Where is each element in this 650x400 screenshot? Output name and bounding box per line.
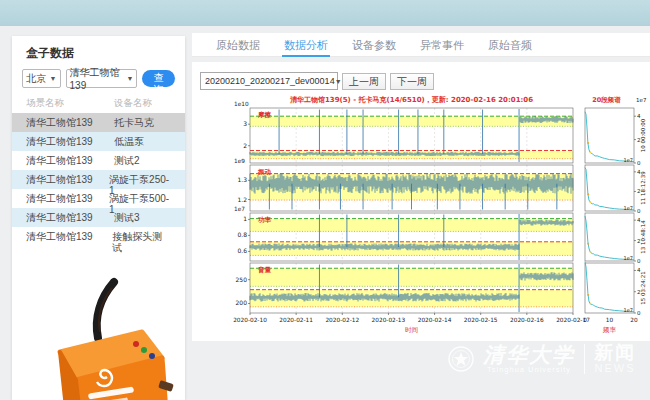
svg-text:3: 3	[243, 120, 247, 127]
svg-text:2: 2	[243, 142, 247, 149]
venue-cell: 清华工物馆139	[26, 117, 114, 128]
sidebar-panel: 盒子数据 北京 ▼ 清华工物馆139 ▼ 查询 场景名称 设备名称 清华工物馆1…	[12, 36, 185, 400]
svg-text:时间: 时间	[405, 326, 418, 334]
svg-text:0.6: 0.6	[237, 247, 247, 254]
analysis-chart: 清华工物馆139(5) - 托卡马克(14/6510)，更新: 2020-02-…	[216, 94, 650, 340]
week-controls: 20200210_20200217_dev00014 ▼ 上一周 下一周	[192, 62, 650, 90]
region-select[interactable]: 北京 ▼	[22, 69, 61, 88]
svg-text:20: 20	[630, 317, 638, 323]
svg-text:1.2: 1.2	[237, 196, 247, 203]
sidebar-controls: 北京 ▼ 清华工物馆139 ▼ 查询	[12, 66, 185, 94]
table-row[interactable]: 清华工物馆139低温泵	[12, 132, 185, 151]
device-photo	[38, 274, 178, 400]
top-banner	[0, 0, 650, 26]
svg-text:4: 4	[637, 113, 641, 119]
svg-text:2020-02-14: 2020-02-14	[418, 317, 452, 323]
led-blue	[149, 353, 155, 359]
svg-text:0: 0	[637, 160, 641, 166]
svg-text:200: 200	[236, 299, 248, 306]
svg-text:0: 0	[637, 310, 641, 316]
analysis-panel: 20200210_20200217_dev00014 ▼ 上一周 下一周 清华工…	[192, 62, 650, 341]
column-venue: 场景名称	[26, 97, 114, 110]
device-cell: 测试3	[114, 212, 140, 223]
device-cell: 测试2	[114, 155, 140, 166]
next-week-button[interactable]: 下一周	[390, 73, 434, 90]
svg-text:2020-02-13: 2020-02-13	[372, 317, 406, 323]
svg-text:0.8: 0.8	[237, 231, 247, 238]
svg-text:2020-02-11: 2020-02-11	[279, 317, 313, 323]
device-cell: 接触探头测试	[112, 231, 171, 242]
led-red	[133, 341, 139, 347]
tsinghua-logo-icon	[448, 346, 474, 372]
svg-text:1e7: 1e7	[624, 205, 633, 211]
tab-4[interactable]: 原始音频	[488, 33, 532, 57]
svg-text:1e7: 1e7	[624, 157, 633, 163]
svg-text:功率: 功率	[257, 216, 272, 224]
watermark-en: Tsinghua University	[483, 365, 575, 374]
svg-text:2020-02-15: 2020-02-15	[464, 317, 498, 323]
svg-text:11 18:12:39: 11 18:12:39	[640, 171, 646, 205]
svg-text:0: 0	[637, 258, 641, 264]
query-button[interactable]: 查询	[142, 70, 175, 87]
svg-text:音量: 音量	[257, 266, 272, 274]
venue-cell: 清华工物馆139	[26, 174, 109, 185]
svg-text:清华工物馆139(5) - 托卡马克(14/6510)，更新: 清华工物馆139(5) - 托卡马克(14/6510)，更新: 2020-02-…	[290, 95, 533, 104]
svg-text:频率: 频率	[602, 326, 617, 334]
dataset-select-value: 20200210_20200217_dev00014	[205, 76, 335, 86]
svg-text:2020-02-16: 2020-02-16	[510, 317, 544, 323]
chevron-down-icon: ▼	[127, 75, 134, 82]
svg-text:10 00:00:00: 10 00:00:00	[640, 118, 646, 152]
device-cell: 低温泵	[114, 136, 144, 147]
dataset-select[interactable]: 20200210_20200217_dev00014 ▼	[200, 72, 338, 90]
sidebar-title: 盒子数据	[12, 36, 185, 66]
tab-2[interactable]: 设备参数	[352, 33, 396, 57]
table-row[interactable]: 清华工物馆139测试2	[12, 151, 185, 170]
svg-text:1e7: 1e7	[624, 255, 633, 261]
device-box	[60, 332, 174, 400]
venue-select[interactable]: 清华工物馆139 ▼	[66, 69, 138, 88]
led-green	[141, 347, 147, 353]
svg-text:1: 1	[243, 215, 247, 222]
venue-cell: 清华工物馆139	[26, 212, 114, 223]
tab-0[interactable]: 原始数据	[216, 33, 260, 57]
watermark-news-cn: 新闻	[594, 344, 636, 362]
device-cell: 涡旋干泵500-1	[109, 193, 171, 204]
device-cell: 涡旋干泵250-1	[109, 174, 171, 185]
app-window: 盒子数据 北京 ▼ 清华工物馆139 ▼ 查询 场景名称 设备名称 清华工物馆1…	[0, 0, 650, 400]
svg-text:0: 0	[637, 208, 641, 214]
svg-text:15 03:24:21: 15 03:24:21	[640, 271, 646, 304]
svg-text:1e7: 1e7	[234, 206, 245, 212]
tab-1[interactable]: 数据分析	[284, 33, 328, 57]
table-row[interactable]: 清华工物馆139测试3	[12, 208, 185, 227]
table-row[interactable]: 清华工物馆139涡旋干泵500-1	[12, 189, 185, 208]
svg-text:1e7: 1e7	[636, 97, 647, 103]
watermark-divider	[584, 344, 585, 374]
watermark-cn: 清华大学	[483, 345, 575, 365]
venue-select-value: 清华工物馆139	[70, 66, 124, 91]
venue-cell: 清华工物馆139	[26, 231, 112, 242]
svg-text:振动: 振动	[257, 168, 272, 176]
region-select-value: 北京	[26, 72, 46, 86]
device-cell: 托卡马克	[114, 117, 154, 128]
venue-cell: 清华工物馆139	[26, 193, 109, 204]
svg-text:1e7: 1e7	[624, 307, 633, 313]
svg-text:摩擦: 摩擦	[257, 111, 272, 119]
venue-cell: 清华工物馆139	[26, 136, 114, 147]
table-row[interactable]: 清华工物馆139接触探头测试	[12, 227, 185, 246]
column-device: 设备名称	[114, 97, 152, 110]
tab-3[interactable]: 异常事件	[420, 33, 464, 57]
table-row[interactable]: 清华工物馆139托卡马克	[12, 113, 185, 132]
watermark: 清华大学 Tsinghua University 新闻 NEWS	[448, 344, 636, 374]
svg-text:2020-02-12: 2020-02-12	[325, 317, 359, 323]
watermark-news-en: NEWS	[594, 362, 636, 374]
svg-text:20段频谱: 20段频谱	[592, 96, 621, 104]
svg-text:1e10: 1e10	[234, 101, 249, 107]
device-table-header: 场景名称 设备名称	[12, 94, 185, 113]
svg-text:1.3: 1.3	[237, 176, 247, 183]
table-row[interactable]: 清华工物馆139涡旋干泵250-1	[12, 170, 185, 189]
svg-text:2020-02-10: 2020-02-10	[233, 317, 267, 323]
chart-area: 清华工物馆139(5) - 托卡马克(14/6510)，更新: 2020-02-…	[216, 94, 650, 344]
prev-week-button[interactable]: 上一周	[342, 73, 386, 90]
svg-text:13 10:48:14: 13 10:48:14	[640, 220, 646, 254]
device-table: 清华工物馆139托卡马克清华工物馆139低温泵清华工物馆139测试2清华工物馆1…	[12, 113, 185, 246]
